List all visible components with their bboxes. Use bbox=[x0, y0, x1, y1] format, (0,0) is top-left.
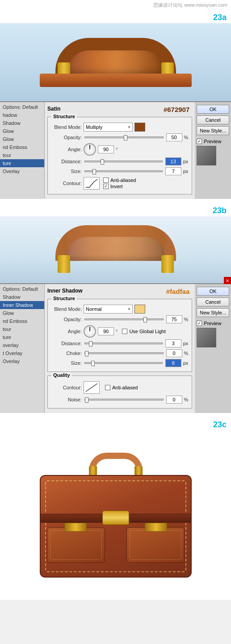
sidebar-23b-6[interactable]: ture bbox=[0, 333, 44, 341]
new-style-button-23b[interactable]: New Style... bbox=[197, 308, 229, 317]
invert-checkbox[interactable] bbox=[103, 184, 109, 189]
dial-needle bbox=[89, 145, 90, 149]
preview-row-23b: Preview bbox=[197, 321, 229, 326]
size-track bbox=[84, 170, 163, 172]
close-btn-23b[interactable]: ✕ bbox=[224, 277, 231, 284]
size-track-b bbox=[84, 362, 163, 364]
preview-checkbox-23b[interactable] bbox=[197, 321, 202, 326]
sidebar-item-1[interactable]: hadow bbox=[0, 111, 44, 119]
opacity-label: Opacity: bbox=[51, 135, 82, 140]
handle-container-23a bbox=[31, 33, 201, 91]
bc-stitch-left bbox=[45, 482, 46, 570]
global-light-row: Use Global Light bbox=[122, 329, 165, 334]
sidebar-23b-3[interactable]: Glow bbox=[0, 309, 44, 317]
noise-slider[interactable] bbox=[84, 399, 164, 400]
size-slider-b[interactable] bbox=[84, 362, 164, 364]
color-swatch-23b[interactable] bbox=[134, 305, 145, 314]
preview-thumb-23b bbox=[197, 328, 216, 347]
quality-group-23b: Quality Contour: Anti-aliased Noise: bbox=[47, 376, 192, 409]
choke-track bbox=[84, 352, 164, 354]
global-light-label: Use Global Light bbox=[129, 329, 165, 334]
blend-mode-label: Blend Mode: bbox=[51, 124, 82, 130]
anti-aliased-row-b: Anti-aliased bbox=[105, 385, 138, 390]
anti-aliased-checkbox-b[interactable] bbox=[105, 385, 110, 390]
cancel-button-23b[interactable]: Cancel bbox=[197, 297, 229, 306]
opacity-row-23b: Opacity: 75 % bbox=[51, 315, 188, 323]
ok-button-23b[interactable]: OK bbox=[197, 287, 229, 296]
opacity-slider[interactable] bbox=[84, 136, 164, 138]
opacity-input[interactable]: 50 bbox=[166, 133, 182, 141]
choke-input[interactable]: 0 bbox=[166, 349, 182, 357]
anti-aliased-checkbox[interactable] bbox=[103, 178, 109, 183]
sidebar-item-0[interactable]: Options: Default bbox=[0, 103, 44, 111]
distance-row-23b: Distance: 3 px bbox=[51, 339, 188, 347]
blend-mode-dropdown[interactable]: Multiply bbox=[84, 123, 133, 132]
ok-button-23a[interactable]: OK bbox=[197, 105, 229, 114]
preview-checkbox-23a[interactable] bbox=[197, 139, 202, 144]
cancel-button-23a[interactable]: Cancel bbox=[197, 116, 229, 124]
preview-thumb-23a bbox=[197, 146, 216, 165]
sidebar-23b-1[interactable]: Shadow bbox=[0, 293, 44, 301]
bc-stitch-right bbox=[185, 482, 186, 570]
sidebar-item-8[interactable]: Overlay bbox=[0, 167, 44, 175]
sidebar-23b-2[interactable]: Inner Shadow bbox=[0, 301, 44, 309]
choke-slider[interactable] bbox=[84, 352, 164, 354]
sidebar-item-4[interactable]: Glow bbox=[0, 135, 44, 143]
sidebar-23b: Options: Default Shadow Inner Shadow Glo… bbox=[0, 284, 45, 413]
global-light-checkbox[interactable] bbox=[122, 329, 127, 334]
distance-input-b[interactable]: 3 bbox=[165, 339, 181, 347]
distance-slider[interactable] bbox=[84, 161, 164, 162]
sidebar-item-5[interactable]: nd Emboss bbox=[0, 143, 44, 151]
distance-unit: px bbox=[183, 159, 189, 164]
sidebar-item-3[interactable]: Glow bbox=[0, 127, 44, 135]
color-swatch-23a[interactable] bbox=[134, 123, 145, 132]
opacity-slider-b[interactable] bbox=[84, 318, 164, 320]
size-row-23b: Size: 8 px bbox=[51, 359, 188, 367]
noise-input[interactable]: 0 bbox=[166, 396, 182, 404]
section-23a-label: 23a bbox=[213, 13, 227, 22]
contour-preview-23b[interactable] bbox=[84, 381, 100, 394]
contour-label-23b: Contour: bbox=[51, 385, 82, 390]
sidebar-item-6[interactable]: tour bbox=[0, 151, 44, 159]
sidebar-23b-4[interactable]: nd Emboss bbox=[0, 317, 44, 325]
size-input[interactable]: 7 bbox=[165, 167, 181, 175]
sidebar-23b-9[interactable]: Overlay bbox=[0, 357, 44, 365]
size-input-b[interactable]: 8 bbox=[165, 359, 181, 367]
contour-preview-23a[interactable] bbox=[84, 177, 100, 190]
distance-label-b: Distance: bbox=[51, 341, 82, 346]
size-slider[interactable] bbox=[84, 170, 164, 172]
bc-pocket-right bbox=[126, 527, 185, 563]
opacity-input-b[interactable]: 75 bbox=[166, 315, 182, 323]
sidebar-item-7[interactable]: ture bbox=[0, 159, 44, 167]
new-style-button-23a[interactable]: New Style... bbox=[197, 126, 229, 135]
invert-row: Invert bbox=[103, 184, 136, 189]
sidebar-23b-5[interactable]: tour bbox=[0, 325, 44, 333]
anti-aliased-label-b: Anti-aliased bbox=[112, 385, 138, 390]
size-thumb bbox=[92, 169, 96, 174]
sidebar-23b-8[interactable]: t Overlay bbox=[0, 349, 44, 357]
sidebar-23b-7[interactable]: overlay bbox=[0, 341, 44, 349]
sidebar-23a: Options: Default hadow Shadow Glow Glow … bbox=[0, 102, 45, 199]
handle-arch-b bbox=[55, 225, 176, 261]
opacity-unit: % bbox=[184, 135, 189, 140]
angle-dial-23a[interactable] bbox=[84, 143, 96, 156]
contour-checkboxes: Anti-aliased Invert bbox=[103, 178, 136, 189]
angle-input-b[interactable]: 90 bbox=[98, 327, 114, 335]
hex-color-23b: #fadfaa bbox=[164, 287, 193, 296]
contour-label-23a: Contour: bbox=[51, 181, 82, 186]
sidebar-23b-0[interactable]: Options: Default bbox=[0, 285, 44, 293]
angle-dial-23b[interactable] bbox=[84, 325, 96, 338]
opacity-label-b: Opacity: bbox=[51, 317, 82, 322]
distance-slider-b[interactable] bbox=[84, 343, 164, 344]
blend-mode-dropdown-b[interactable]: Normal bbox=[84, 305, 133, 314]
sidebar-item-2[interactable]: Shadow bbox=[0, 119, 44, 127]
size-unit-b: px bbox=[183, 360, 189, 366]
contour-svg bbox=[85, 178, 98, 188]
section-23b-label: 23b bbox=[213, 206, 227, 215]
distance-input[interactable]: 13 bbox=[165, 157, 181, 165]
choke-label: Choke: bbox=[51, 351, 82, 356]
bc-stitch-bottom bbox=[47, 571, 185, 572]
angle-label: Angle: bbox=[51, 147, 82, 152]
angle-input[interactable]: 90 bbox=[98, 145, 114, 153]
blend-mode-row-b: Blend Mode: Normal bbox=[51, 305, 188, 314]
